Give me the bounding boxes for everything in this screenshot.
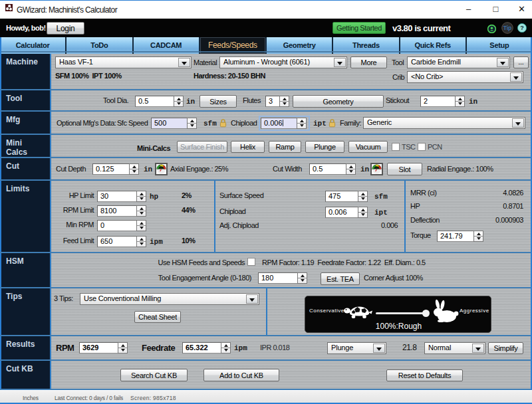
svg-text:Tip: Tip	[503, 25, 512, 31]
svg-text:?: ?	[520, 25, 524, 31]
